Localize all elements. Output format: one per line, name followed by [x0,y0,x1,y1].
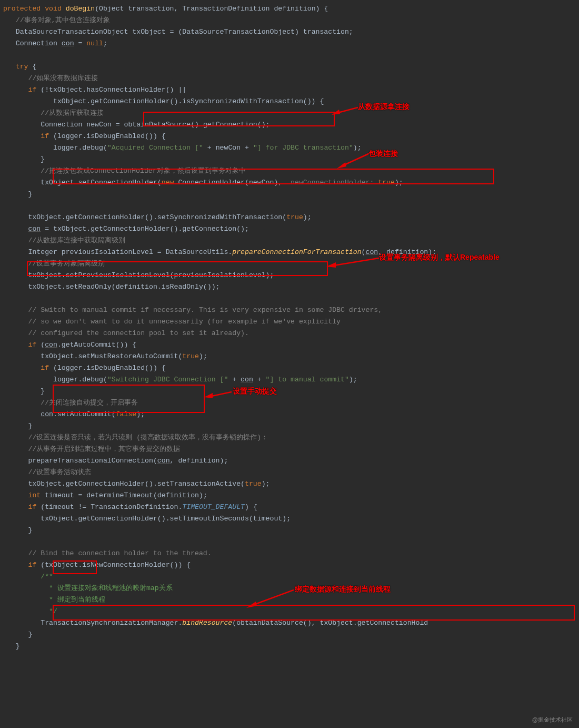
doc-comment: * 设置连接对象和线程池的映射map关系 [45,584,172,592]
comment-line: //关闭连接自动提交，开启事务 [41,399,138,407]
comment-line: // configured the connection pool to set… [28,329,248,337]
comment-line: // so we don't want to do it unnecessari… [28,318,341,326]
doc-comment: */ [45,607,57,615]
comment-line: // Switch to manual commit if necessary.… [28,306,382,314]
doc-comment: * 绑定到当前线程 [45,596,105,604]
comment-line: //把连接包装成ConnectionHolder对象，然后设置到事务对象中 [41,167,245,175]
comment-line: //事务对象,其中包含连接对象 [16,16,111,24]
comment-line: //如果没有数据库连接 [28,74,98,82]
doc-comment: /** [41,573,53,581]
code-editor: protected void doBegin(Object transactio… [0,0,579,655]
comment-line: //设置事务活动状态 [28,468,91,476]
comment-line: //从数据库获取连接 [41,109,104,117]
comment-line: //设置连接是否只读，若为只读则 (提高数据读取效率，没有事务锁的操作)： [28,434,268,441]
comment-line: //设置事务对象隔离级别 [28,260,105,268]
comment-line: //从事务开启到结束过程中，其它事务提交的数据 [28,445,180,453]
comment-line: // Bind the connection holder to the thr… [28,549,211,557]
comment-line: //从数据库连接中获取隔离级别 [28,237,125,244]
watermark-text: @掘金技术社区 [532,716,573,724]
